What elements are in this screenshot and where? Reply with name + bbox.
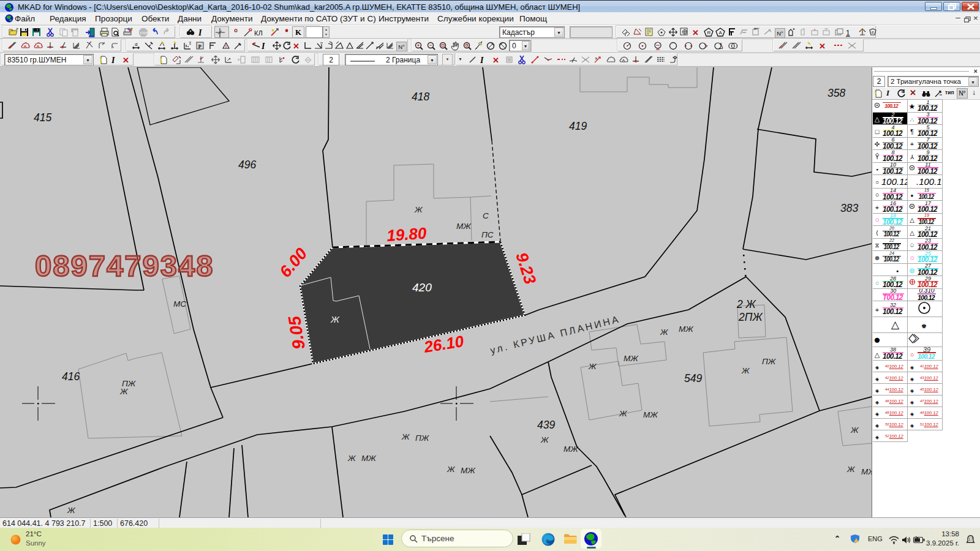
svg-text:!: ! xyxy=(856,539,856,543)
svg-text:МЖ: МЖ xyxy=(861,467,872,476)
svg-text:383: 383 xyxy=(840,202,858,214)
svg-text:439: 439 xyxy=(537,419,555,431)
svg-text:Ж: Ж xyxy=(330,314,340,324)
svg-text:R: R xyxy=(707,30,711,36)
svg-text:Ж: Ж xyxy=(414,205,423,214)
svg-text:17: 17 xyxy=(968,537,973,541)
svg-text:6.00: 6.00 xyxy=(276,244,311,281)
svg-text:0897479348: 0897479348 xyxy=(35,249,214,282)
svg-text:Ж: Ж xyxy=(540,435,549,444)
svg-text:МЖ: МЖ xyxy=(624,354,639,363)
svg-text:МЖ: МЖ xyxy=(643,410,658,419)
svg-text:419: 419 xyxy=(569,120,587,132)
svg-text:418: 418 xyxy=(412,91,429,103)
svg-text:2ПЖ: 2ПЖ xyxy=(738,311,763,323)
svg-text:Ж: Ж xyxy=(741,366,750,375)
svg-text:e: e xyxy=(872,30,874,34)
svg-text:МЖ: МЖ xyxy=(456,222,472,231)
svg-text:С: С xyxy=(483,211,489,220)
svg-text:Ж: Ж xyxy=(401,432,410,441)
svg-text:420: 420 xyxy=(412,281,432,294)
svg-text:19.80: 19.80 xyxy=(386,223,428,245)
svg-text:Ж: Ж xyxy=(119,387,129,396)
svg-text:A: A xyxy=(719,30,723,36)
svg-text:Ж: Ж xyxy=(850,425,859,435)
svg-text:Ж: Ж xyxy=(660,328,669,337)
svg-text:МЖ: МЖ xyxy=(361,454,377,463)
svg-text:d: d xyxy=(135,42,137,47)
svg-text:STOP: STOP xyxy=(140,32,148,35)
svg-text:415: 415 xyxy=(34,111,51,124)
svg-text:МЖ: МЖ xyxy=(679,324,694,334)
svg-text:Ж: Ж xyxy=(347,454,356,463)
svg-text:ПС: ПС xyxy=(481,230,494,239)
svg-text:Ж: Ж xyxy=(447,465,456,474)
svg-text:9.23: 9.23 xyxy=(512,250,540,287)
svg-text:Ж: Ж xyxy=(588,362,597,371)
svg-text:P: P xyxy=(198,43,202,50)
svg-text:МС: МС xyxy=(173,299,186,309)
svg-text:ПЖ: ПЖ xyxy=(762,357,777,366)
svg-text:z: z xyxy=(239,43,241,47)
svg-text:МЖ: МЖ xyxy=(461,466,476,475)
svg-text:2 Ж: 2 Ж xyxy=(736,298,756,310)
svg-text:Ж: Ж xyxy=(619,409,628,418)
svg-text:ПЖ: ПЖ xyxy=(415,433,430,443)
svg-text:358: 358 xyxy=(827,87,845,99)
svg-text:Ж: Ж xyxy=(67,506,76,515)
svg-text:МЖ: МЖ xyxy=(564,444,579,454)
svg-text:496: 496 xyxy=(238,159,256,171)
svg-text:Ж: Ж xyxy=(846,465,856,474)
svg-text:416: 416 xyxy=(62,370,80,383)
svg-text:549: 549 xyxy=(684,372,702,384)
